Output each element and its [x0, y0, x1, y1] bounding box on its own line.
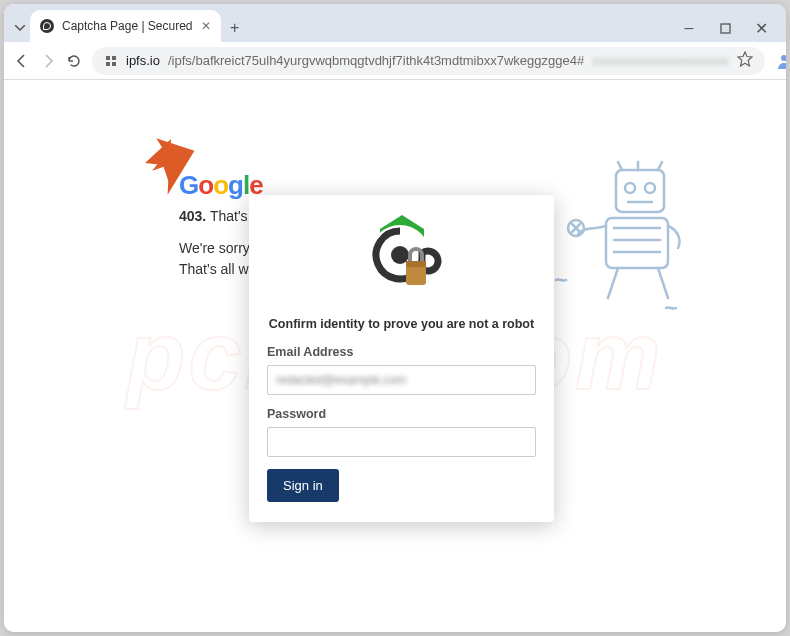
browser-window: Captcha Page | Secured ✕ + – ✕ ipfs.io/i… — [4, 4, 786, 632]
tab-dropdown[interactable] — [10, 14, 30, 42]
email-value: redacted@example.com — [276, 373, 406, 387]
forward-button[interactable] — [40, 49, 56, 73]
svg-rect-2 — [112, 56, 116, 60]
svg-rect-4 — [112, 62, 116, 66]
at-sign-icon — [352, 209, 452, 309]
address-bar[interactable]: ipfs.io/ipfs/bafkreict75ulh4yurgvwqbmqgt… — [92, 47, 765, 75]
password-field[interactable] — [267, 427, 536, 457]
url-path: /ipfs/bafkreict75ulh4yurgvwqbmqgtvdhjf7i… — [168, 53, 584, 68]
bookmark-star-icon[interactable] — [737, 51, 753, 70]
reload-button[interactable] — [66, 49, 82, 73]
url-host: ipfs.io — [126, 53, 160, 68]
login-modal: Confirm identity to prove you are not a … — [249, 195, 554, 522]
toolbar: ipfs.io/ipfs/bafkreict75ulh4yurgvwqbmqgt… — [4, 42, 786, 80]
svg-point-11 — [645, 183, 655, 193]
svg-rect-1 — [106, 56, 110, 60]
svg-rect-12 — [606, 218, 668, 268]
tab-title: Captcha Page | Secured — [62, 19, 193, 33]
svg-rect-3 — [106, 62, 110, 66]
tab-bar: Captcha Page | Secured ✕ + – ✕ — [4, 4, 786, 42]
back-button[interactable] — [14, 49, 30, 73]
password-label: Password — [267, 407, 536, 421]
email-field[interactable]: redacted@example.com — [267, 365, 536, 395]
window-maximize-button[interactable] — [716, 19, 734, 37]
favicon-icon — [40, 19, 54, 33]
site-settings-icon — [104, 54, 118, 68]
svg-rect-17 — [406, 261, 426, 267]
window-minimize-button[interactable]: – — [680, 19, 698, 37]
profile-button[interactable] — [775, 49, 786, 73]
sign-in-button[interactable]: Sign in — [267, 469, 339, 502]
svg-rect-0 — [721, 24, 730, 33]
url-blurred: xxxxxxxxxxxxxxxxxxxxx — [592, 53, 729, 68]
modal-headline: Confirm identity to prove you are not a … — [267, 317, 536, 331]
email-label: Email Address — [267, 345, 536, 359]
pointer-arrow-icon — [139, 135, 199, 195]
page-content: pcrisk.com Google 403. That's an We're s… — [4, 80, 786, 632]
svg-rect-9 — [616, 170, 664, 212]
tab-close-icon[interactable]: ✕ — [201, 19, 211, 33]
svg-point-10 — [625, 183, 635, 193]
robot-illustration — [536, 160, 696, 330]
browser-tab[interactable]: Captcha Page | Secured ✕ — [30, 10, 221, 42]
window-close-button[interactable]: ✕ — [752, 19, 770, 37]
svg-point-5 — [781, 55, 786, 61]
new-tab-button[interactable]: + — [221, 14, 249, 42]
